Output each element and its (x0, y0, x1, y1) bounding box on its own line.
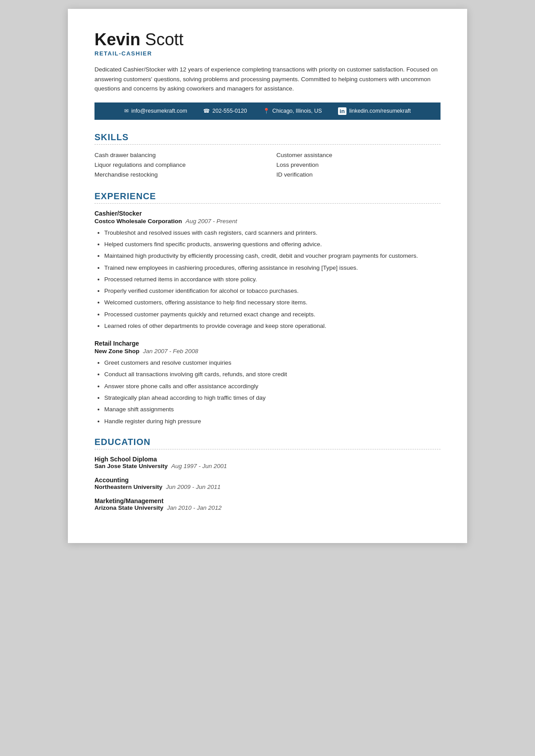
first-name: Kevin (94, 30, 140, 49)
full-name: Kevin Scott (94, 30, 441, 49)
job-bullets: Greet customers and resolve customer inq… (94, 358, 441, 426)
employer-name: New Zone Shop (94, 348, 139, 354)
experience-block: Cashier/StockerCostco Wholesale Corporat… (94, 210, 441, 331)
edu-dates: Jan 2010 - Jan 2012 (167, 504, 221, 511)
contact-linkedin: in linkedin.com/resumekraft (338, 107, 411, 115)
skill-item: Liquor regulations and compliance (94, 161, 259, 169)
location-text: Chicago, Illinois, US (272, 108, 322, 114)
bullet-item: Learned roles of other departments to pr… (104, 321, 441, 331)
experience-divider (94, 203, 441, 204)
edu-degree: Accounting (94, 476, 441, 484)
phone-icon: ☎ (203, 108, 210, 114)
skill-item: Loss prevention (276, 161, 441, 169)
contact-location: 📍 Chicago, Illinois, US (263, 108, 322, 114)
email-text: info@resumekraft.com (131, 108, 187, 114)
education-section: EDUCATION High School DiplomaSan Jose St… (94, 437, 441, 511)
bullet-item: Processed returned items in accordance w… (104, 275, 441, 284)
contact-bar: ✉ info@resumekraft.com ☎ 202-555-0120 📍 … (94, 102, 441, 120)
skill-item: Cash drawer balancing (94, 151, 259, 159)
skill-item: ID verification (276, 170, 441, 179)
edu-school-name: Arizona State University (94, 504, 163, 511)
phone-text: 202-555-0120 (212, 108, 247, 114)
bullet-item: Welcomed customers, offering assistance … (104, 298, 441, 307)
edu-degree: High School Diploma (94, 456, 441, 463)
skill-item: Customer assistance (276, 151, 441, 159)
education-divider (94, 449, 441, 449)
employer-line: New Zone ShopJan 2007 - Feb 2008 (94, 348, 441, 354)
experience-title: EXPERIENCE (94, 191, 441, 201)
bullet-item: Properly verified customer identificatio… (104, 286, 441, 296)
bullet-item: Strategically plan ahead according to hi… (104, 393, 441, 403)
resume-page: Kevin Scott RETAIL-CASHIER Dedicated Cas… (68, 9, 467, 543)
employer-dates: Aug 2007 - Present (185, 218, 237, 224)
employer-line: Costco Wholesale CorporationAug 2007 - P… (94, 218, 441, 224)
employer-dates: Jan 2007 - Feb 2008 (143, 348, 198, 354)
contact-email: ✉ info@resumekraft.com (124, 108, 187, 114)
skills-title: SKILLS (94, 132, 441, 142)
linkedin-text: linkedin.com/resumekraft (349, 108, 411, 114)
bullet-item: Greet customers and resolve customer inq… (104, 358, 441, 368)
edu-school-line: San Jose State UniversityAug 1997 - Jun … (94, 463, 441, 469)
edu-school-line: Northeastern UniversityJun 2009 - Jun 20… (94, 484, 441, 490)
linkedin-icon: in (338, 107, 347, 115)
bullet-item: Maintained high productivity by efficien… (104, 251, 441, 261)
experience-block: Retail InchargeNew Zone ShopJan 2007 - F… (94, 340, 441, 426)
edu-dates: Jun 2009 - Jun 2011 (166, 484, 220, 490)
bullet-item: Manage shift assignments (104, 405, 441, 414)
skills-divider (94, 144, 441, 145)
employer-name: Costco Wholesale Corporation (94, 218, 182, 224)
education-block: High School DiplomaSan Jose State Univer… (94, 456, 441, 469)
skill-item: Merchandise restocking (94, 170, 259, 179)
bullet-item: Answer store phone calls and offer assis… (104, 382, 441, 391)
bullet-item: Handle register during high pressure (104, 417, 441, 426)
summary-text: Dedicated Cashier/Stocker with 12 years … (94, 65, 441, 94)
job-position-title: Cashier/Stocker (94, 210, 441, 217)
skills-section: SKILLS Cash drawer balancingCustomer ass… (94, 132, 441, 179)
location-icon: 📍 (263, 108, 270, 114)
last-name: Scott (140, 30, 183, 49)
edu-school-name: San Jose State University (94, 463, 168, 469)
education-block: AccountingNortheastern UniversityJun 200… (94, 476, 441, 490)
experience-section: EXPERIENCE Cashier/StockerCostco Wholesa… (94, 191, 441, 426)
edu-school-name: Northeastern University (94, 484, 162, 490)
bullet-item: Helped customers find specific products,… (104, 240, 441, 249)
contact-phone: ☎ 202-555-0120 (203, 108, 247, 114)
bullet-item: Troubleshot and resolved issues with cas… (104, 228, 441, 238)
job-bullets: Troubleshot and resolved issues with cas… (94, 228, 441, 331)
education-block: Marketing/ManagementArizona State Univer… (94, 497, 441, 511)
bullet-item: Processed customer payments quickly and … (104, 310, 441, 319)
edu-degree: Marketing/Management (94, 497, 441, 504)
job-title: RETAIL-CASHIER (94, 50, 441, 57)
header-section: Kevin Scott RETAIL-CASHIER (94, 30, 441, 57)
education-title: EDUCATION (94, 437, 441, 447)
edu-school-line: Arizona State UniversityJan 2010 - Jan 2… (94, 504, 441, 511)
job-position-title: Retail Incharge (94, 340, 441, 347)
email-icon: ✉ (124, 108, 129, 114)
bullet-item: Trained new employees in cashiering proc… (104, 263, 441, 273)
bullet-item: Conduct all transactions involving gift … (104, 370, 441, 379)
skills-grid: Cash drawer balancingCustomer assistance… (94, 151, 441, 179)
edu-dates: Aug 1997 - Jun 2001 (171, 463, 227, 469)
